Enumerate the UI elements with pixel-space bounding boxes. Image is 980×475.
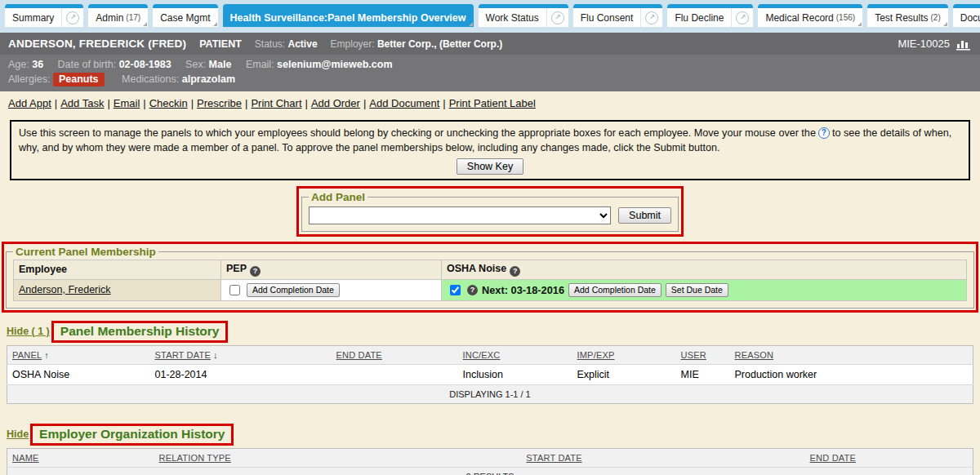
panel-membership-history-header: Hide ( 1 ) Panel Membership History <box>7 321 980 343</box>
current-panel-membership-fieldset: Current Panel Membership Employee PEP? O… <box>6 246 974 309</box>
tab-flu-consent[interactable]: Flu Consent ↗ <box>573 4 663 27</box>
employer-history-hide-link[interactable]: Hide <box>7 428 29 440</box>
tab-label: Documen <box>960 12 980 24</box>
tab-summary[interactable]: Summary ↗ <box>5 4 83 27</box>
show-key-button[interactable]: Show Key <box>457 158 523 175</box>
popout-button[interactable]: ↗ <box>731 8 753 27</box>
patient-age: 36 <box>32 59 43 70</box>
panel-history-hide-link[interactable]: Hide ( 1 ) <box>7 326 50 337</box>
patient-medications: alprazolam <box>182 73 235 85</box>
patient-email: selenium@mieweb.com <box>277 59 392 70</box>
column-panel[interactable]: PANEL↑ <box>7 345 150 364</box>
tab-count: (17) <box>126 13 140 22</box>
pep-help-icon[interactable]: ? <box>250 266 261 277</box>
prescribe-link[interactable]: Prescribe <box>197 97 242 109</box>
results-count: 0 RESULTS <box>7 467 973 475</box>
employer-organization-history-table: NAME RELATION TYPE START DATE END DATE 0… <box>7 448 973 475</box>
chart-id: MIE-10025 <box>898 38 950 50</box>
employer-organization-history-title: Employer Organization History <box>39 427 225 441</box>
annotation-box-panel-membership-history: Panel Membership History <box>51 321 229 343</box>
tab-label: Summary <box>12 12 54 24</box>
table-row: OSHA Noise 01-28-2014 Inclusion Explicit… <box>7 364 973 384</box>
tab-label: Test Results <box>875 12 928 24</box>
osha-help-icon[interactable]: ? <box>510 266 520 277</box>
cell-inc-exc: Inclusion <box>458 364 572 384</box>
column-start-date[interactable]: START DATE↓ <box>150 345 332 364</box>
table-header-row: PANEL↑ START DATE↓ END DATE INC/EXC IMP/… <box>7 345 973 364</box>
patient-sex: Male <box>209 59 232 70</box>
popout-button[interactable]: ↗ <box>640 8 662 27</box>
print-chart-link[interactable]: Print Chart <box>251 97 301 109</box>
pep-cell: Add Completion Date <box>221 279 442 300</box>
allergy-badge[interactable]: Peanuts <box>53 73 105 87</box>
pep-membership-checkbox[interactable] <box>229 285 240 295</box>
popout-button[interactable]: ↗ <box>61 8 83 27</box>
osha-set-due-date-button[interactable]: Set Due Date <box>666 283 728 297</box>
column-name[interactable]: NAME <box>7 448 154 467</box>
osha-add-completion-date-button[interactable]: Add Completion Date <box>568 283 662 297</box>
table-footer-row: DISPLAYING 1-1 / 1 <box>7 384 973 403</box>
osha-next-due: Next: 03-18-2016 <box>482 284 564 296</box>
tab-count: (156) <box>836 13 855 22</box>
instructions-box: Use this screen to manage the panels to … <box>10 120 970 180</box>
instructions-text: Use this screen to manage the panels to … <box>19 127 816 139</box>
tab-case-mgmt[interactable]: Case Mgmt <box>153 4 217 27</box>
tab-medical-record[interactable]: Medical Record(156) <box>758 4 862 27</box>
tab-health-surveillance-panel-membership-overview[interactable]: Health Surveillance:Panel Membership Ove… <box>223 4 474 27</box>
tab-fold-corner <box>469 22 473 26</box>
annotation-box-current-panel-membership: Current Panel Membership Employee PEP? O… <box>2 242 978 313</box>
tab-documents[interactable]: Documen <box>953 4 980 27</box>
help-icon[interactable]: ? <box>818 127 830 139</box>
column-reason[interactable]: REASON <box>730 345 973 364</box>
add-document-link[interactable]: Add Document <box>369 97 439 109</box>
column-start-date[interactable]: START DATE <box>416 448 693 467</box>
column-employee: Employee <box>14 260 221 279</box>
patient-dob: 02-08-1983 <box>119 59 172 70</box>
osha-membership-checkbox[interactable] <box>450 285 461 295</box>
column-osha-noise: OSHA Noise? <box>442 260 967 279</box>
cell-start-date: 01-28-2014 <box>150 364 332 384</box>
employee-cell: Anderson, Frederick <box>14 279 221 300</box>
cell-user: MIE <box>676 364 730 384</box>
osha-noise-cell: ? Next: 03-18-2016 Add Completion Date S… <box>442 279 967 300</box>
patient-status: Status: Active <box>255 38 318 50</box>
tab-label: Admin <box>96 12 123 24</box>
add-task-link[interactable]: Add Task <box>60 97 104 109</box>
popout-icon: ↗ <box>551 11 564 24</box>
add-appt-link[interactable]: Add Appt <box>8 97 51 109</box>
tab-flu-decline[interactable]: Flu Decline ↗ <box>667 4 753 27</box>
print-patient-label-link[interactable]: Print Patient Label <box>449 97 536 109</box>
tab-count: (2) <box>931 13 941 22</box>
popout-icon: ↗ <box>66 11 79 24</box>
popout-icon: ↗ <box>736 11 749 24</box>
pep-add-completion-date-button[interactable]: Add Completion Date <box>247 283 340 297</box>
add-panel-submit-button[interactable]: Submit <box>618 207 671 224</box>
tab-test-results[interactable]: Test Results(2) <box>867 4 948 27</box>
bar-chart-icon[interactable] <box>956 38 972 51</box>
sort-ascending-icon: ↑ <box>44 350 49 360</box>
annotation-box-employer-organization-history: Employer Organization History <box>30 424 234 446</box>
patient-demographics-bar: Age: 36 Date of birth: 02-08-1983 Sex: M… <box>0 55 980 91</box>
patient-type-label: PATIENT <box>199 38 242 50</box>
table-header-row: Employee PEP? OSHA Noise? <box>14 260 967 279</box>
osha-membership-help-icon[interactable]: ? <box>467 285 478 295</box>
column-end-date[interactable]: END DATE <box>332 345 458 364</box>
tab-work-status[interactable]: Work Status ↗ <box>479 4 568 27</box>
add-panel-legend: Add Panel <box>309 191 368 203</box>
popout-button[interactable]: ↗ <box>546 8 568 27</box>
chart-tab-bar: Summary ↗ Admin(17) Case Mgmt Health Sur… <box>0 0 980 33</box>
column-relation-type[interactable]: RELATION TYPE <box>154 448 416 467</box>
employee-link[interactable]: Anderson, Frederick <box>19 284 111 295</box>
tab-fold-corner <box>943 22 947 26</box>
cell-panel: OSHA Noise <box>7 364 150 384</box>
checkin-link[interactable]: Checkin <box>149 97 188 109</box>
email-link[interactable]: Email <box>114 97 140 109</box>
column-end-date[interactable]: END DATE <box>693 448 973 467</box>
column-imp-exp[interactable]: IMP/EXP <box>572 345 676 364</box>
tab-admin[interactable]: Admin(17) <box>88 4 148 27</box>
add-panel-select[interactable] <box>309 206 611 224</box>
column-inc-exc[interactable]: INC/EXC <box>458 345 572 364</box>
annotation-box-add-panel: Add Panel Submit <box>296 186 684 237</box>
column-user[interactable]: USER <box>676 345 730 364</box>
add-order-link[interactable]: Add Order <box>311 97 360 109</box>
